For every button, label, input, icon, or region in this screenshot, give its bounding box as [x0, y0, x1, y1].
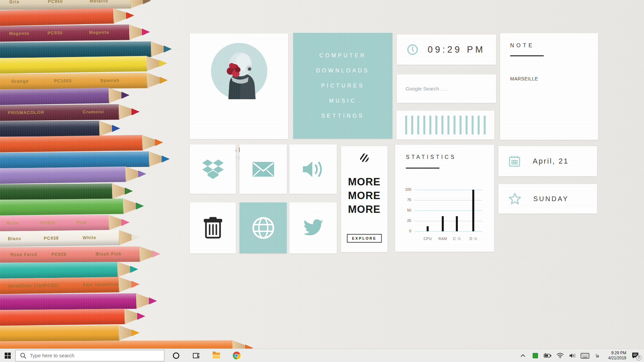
profile-card: MARSEILLE WINDOWS 10 / 64	[190, 34, 288, 139]
volume-icon	[569, 353, 576, 358]
chart-bar-c	[456, 216, 458, 231]
pencil-label: PC929	[40, 220, 55, 225]
chrome-icon	[233, 352, 240, 359]
menu-item-music[interactable]: MUSIC	[329, 98, 357, 104]
visualizer-bar	[460, 116, 462, 134]
chart-y-tick: 75	[398, 198, 411, 202]
pencil-label: Metallic	[90, 0, 108, 3]
avatar	[211, 43, 267, 99]
search-icon	[20, 352, 26, 359]
keyboard-icon	[581, 353, 589, 359]
chart-gridline	[415, 231, 482, 232]
battery-button[interactable]	[543, 349, 553, 362]
more-lines: MOREMOREMORE	[341, 175, 387, 216]
more-line: MORE	[341, 202, 387, 216]
explore-button[interactable]: EXPLORE	[347, 234, 382, 243]
pencil-pale-vermilion: Vermillion ClairPC921Pale Vermillion	[0, 277, 140, 294]
tray-chevron-button[interactable]	[518, 349, 528, 362]
pencil-label: Gris	[9, 0, 19, 4]
pencil-violet	[0, 166, 146, 184]
pencil-label: Spanish	[100, 78, 120, 83]
chart-y-tick: 100	[398, 187, 411, 191]
clock-card: 09:29 PM	[397, 35, 496, 65]
chrome-button[interactable]	[229, 349, 244, 362]
audio-visualizer-card	[396, 111, 494, 139]
pencil-light-green	[0, 198, 144, 216]
pencil-vermilion	[0, 135, 163, 153]
menu-card: COMPUTERDOWNLOADSPICTURESMUSICSETTINGS	[293, 33, 392, 139]
google-search-input[interactable]	[406, 86, 487, 92]
pencil-label: Blanc	[8, 236, 21, 241]
pencil-label: PC950	[48, 0, 63, 4]
pencil-dark-teal	[0, 41, 172, 58]
menu-item-pictures[interactable]: PICTURES	[321, 83, 365, 89]
taskbar-search-input[interactable]	[30, 353, 164, 358]
task-view-icon	[193, 352, 200, 359]
pencil-label: White	[83, 235, 96, 240]
pencil-fuchsia	[0, 293, 157, 310]
mail-icon	[253, 162, 274, 177]
pencil-orange: OrangePC1003Spanish	[0, 72, 168, 89]
task-view-button[interactable]	[189, 349, 204, 362]
visualizer-bar	[423, 116, 425, 134]
pencil-blue	[0, 151, 170, 168]
action-center-button[interactable]: 7	[629, 349, 642, 362]
pencil-orange-red	[0, 8, 134, 26]
start-button[interactable]	[0, 349, 15, 362]
tile-dropbox[interactable]	[190, 144, 236, 194]
menu-item-settings[interactable]: SETTINGS	[321, 113, 364, 119]
pencil-label: Cramoisi	[83, 109, 104, 115]
pencil-red-orange	[0, 308, 145, 326]
chart-y-tick: 25	[398, 219, 411, 223]
pencil-white: BlancPC938White	[0, 230, 140, 247]
pencil-label: Magenta	[89, 29, 109, 35]
tile-twitter[interactable]	[289, 202, 337, 253]
visualizer-bar	[411, 116, 413, 134]
clock-icon	[407, 44, 418, 55]
file-explorer-button[interactable]	[209, 349, 224, 362]
pencil-label: PC921	[44, 283, 59, 288]
tile-trash[interactable]	[190, 202, 236, 253]
visualizer-bar	[478, 116, 480, 134]
pencil-magenta: MagentaPC930Magenta	[0, 24, 150, 42]
statistics-underline	[406, 168, 439, 169]
google-search-card	[397, 74, 496, 103]
wifi-button[interactable]	[555, 349, 565, 362]
touch-keyboard-button[interactable]	[580, 349, 590, 362]
chart-bar-d	[472, 190, 474, 231]
visualizer-bar	[466, 116, 468, 134]
more-card: MOREMOREMORE EXPLORE	[341, 146, 387, 252]
chart-x-label: C :\\	[448, 237, 466, 241]
volume-button[interactable]	[568, 349, 578, 362]
pencil-amber	[0, 325, 140, 342]
pencil-purple	[0, 87, 129, 105]
calendar-date: April, 21	[533, 157, 569, 166]
language-indicator[interactable]: فا	[592, 349, 602, 362]
statistics-card: STATISTICS 1007550250CPURAMC :\\D :\\	[395, 145, 494, 252]
tile-mail[interactable]	[239, 144, 287, 194]
battery-charging-icon	[544, 353, 552, 358]
tile-speaker[interactable]	[289, 144, 337, 194]
pencil-label: PC1003	[54, 78, 72, 83]
chart-y-tick: 0	[398, 229, 411, 233]
menu-item-computer[interactable]: COMPUTER	[319, 53, 366, 59]
star-icon	[508, 193, 521, 205]
trash-icon	[204, 217, 222, 239]
cortana-button[interactable]	[168, 349, 184, 362]
file-explorer-icon	[213, 353, 220, 358]
tray-clock[interactable]: 9:29 PM 4/21/2019	[605, 351, 626, 361]
taskbar-search[interactable]	[15, 350, 164, 361]
cortana-icon	[172, 352, 180, 359]
statistics-chart: 1007550250CPURAMC :\\D :\\	[395, 185, 494, 245]
pencil-label: Pale Vermillion	[83, 282, 119, 287]
tray-app-button[interactable]	[530, 349, 540, 362]
pencil-label: Rose Farcé	[10, 252, 37, 257]
visualizer-bar	[435, 116, 437, 134]
menu-item-downloads[interactable]: DOWNLOADS	[316, 68, 370, 74]
tile-globe[interactable]	[239, 202, 287, 253]
visualizer-bar	[441, 116, 443, 134]
pencil-blush: Rose FarcéPC928Blush Pink	[0, 246, 160, 263]
pencil-label: PC930	[48, 30, 63, 36]
chart-bar-cpu	[427, 226, 429, 231]
pencil-maroon: PRISMACOLORCramoisi	[0, 104, 140, 121]
